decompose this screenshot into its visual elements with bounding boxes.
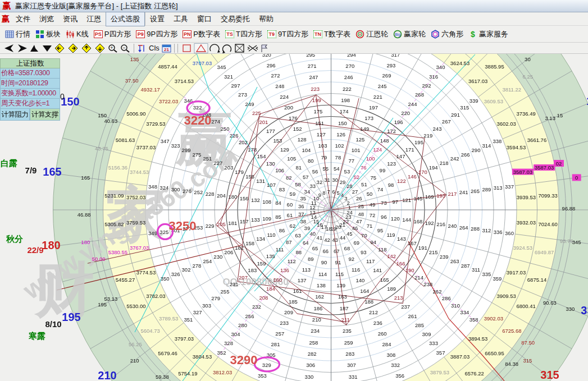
svg-text:142: 142 — [387, 253, 396, 259]
svg-text:42: 42 — [324, 237, 330, 243]
svg-text:115: 115 — [335, 271, 344, 277]
svg-text:3752.03: 3752.03 — [126, 194, 145, 200]
svg-text:138: 138 — [317, 282, 326, 288]
svg-text:78: 78 — [335, 154, 341, 160]
svg-text:3879.53: 3879.53 — [430, 369, 449, 375]
svg-text:234: 234 — [311, 328, 320, 334]
svg-text:96.88: 96.88 — [562, 205, 576, 212]
svg-text:50.00: 50.00 — [92, 256, 106, 262]
svg-text:3909.53: 3909.53 — [496, 293, 516, 299]
svg-text:3587.03: 3587.03 — [535, 164, 554, 171]
svg-text:334: 334 — [460, 309, 469, 315]
svg-text:6949.87: 6949.87 — [535, 249, 554, 255]
svg-text:258: 258 — [309, 339, 318, 346]
svg-text:127: 127 — [317, 131, 326, 137]
svg-text:3729.53: 3729.53 — [146, 121, 165, 127]
svg-text:189: 189 — [387, 286, 396, 292]
svg-text:3587.03: 3587.03 — [513, 169, 532, 175]
svg-text:286: 286 — [442, 295, 451, 301]
svg-text:$: $ — [471, 30, 475, 39]
svg-text:265: 265 — [471, 188, 480, 194]
svg-text:295: 295 — [306, 54, 315, 58]
svg-text:112: 112 — [288, 258, 296, 264]
svg-text:3812.03: 3812.03 — [213, 369, 232, 375]
svg-text:228: 228 — [206, 191, 215, 197]
svg-text:315: 315 — [523, 357, 532, 364]
svg-text:157: 157 — [240, 218, 249, 224]
svg-text:80: 80 — [308, 158, 314, 164]
svg-text:92: 92 — [349, 256, 355, 262]
svg-text:121: 121 — [402, 197, 411, 203]
svg-text:156: 156 — [240, 195, 249, 201]
svg-text:3902.03: 3902.03 — [484, 315, 503, 322]
svg-text:273: 273 — [238, 91, 247, 98]
svg-text:3797.03: 3797.03 — [175, 336, 194, 342]
svg-text:36: 36 — [298, 203, 304, 209]
svg-text:180: 180 — [42, 239, 60, 251]
svg-text:180: 180 — [81, 239, 90, 245]
svg-text:281: 281 — [271, 341, 280, 347]
svg-text:4: 4 — [341, 192, 344, 198]
svg-text:357: 357 — [436, 350, 445, 356]
svg-text:70: 70 — [361, 232, 367, 238]
svg-text:110: 110 — [267, 232, 275, 238]
svg-text:97: 97 — [393, 199, 399, 205]
svg-text:15: 15 — [557, 112, 563, 118]
svg-text:316: 316 — [429, 74, 438, 80]
svg-text:143: 143 — [397, 236, 406, 242]
svg-text:151: 151 — [315, 120, 324, 126]
svg-text:3939.53: 3939.53 — [517, 194, 536, 200]
svg-text:3736.49: 3736.49 — [516, 111, 535, 117]
svg-text:165: 165 — [43, 166, 61, 178]
svg-text:195: 195 — [414, 139, 423, 145]
svg-text:87.50: 87.50 — [521, 339, 535, 346]
svg-text:3789.53: 3789.53 — [159, 315, 178, 322]
svg-text:314: 314 — [482, 143, 491, 149]
svg-text:44: 44 — [340, 235, 346, 241]
svg-text:285: 285 — [415, 322, 424, 328]
svg-text:6800.41: 6800.41 — [516, 303, 535, 309]
svg-text:5305.82: 5305.82 — [104, 221, 124, 227]
svg-text:3759.53: 3759.53 — [126, 219, 145, 226]
svg-text:309: 309 — [422, 331, 431, 337]
svg-text:43.75: 43.75 — [95, 145, 108, 152]
svg-text:154: 154 — [257, 153, 266, 159]
svg-text:3707.03: 3707.03 — [193, 60, 212, 66]
svg-text:30: 30 — [525, 56, 531, 62]
svg-text:122: 122 — [397, 178, 406, 184]
svg-text:6576.22: 6576.22 — [465, 370, 484, 377]
svg-text:35: 35 — [300, 195, 307, 201]
svg-text:100: 100 — [366, 155, 375, 162]
svg-text:208: 208 — [259, 295, 268, 301]
svg-text:353: 353 — [258, 373, 267, 379]
svg-text:297: 297 — [231, 82, 240, 89]
svg-text:117: 117 — [366, 258, 375, 264]
svg-text:153: 153 — [273, 137, 282, 144]
svg-text:54: 54 — [334, 166, 340, 172]
svg-text:283: 283 — [345, 351, 354, 357]
svg-text:58: 58 — [295, 181, 301, 187]
svg-text:197: 197 — [369, 104, 378, 111]
svg-text:101: 101 — [352, 147, 361, 153]
svg-text:300: 300 — [171, 186, 180, 192]
svg-text:64: 64 — [303, 240, 309, 246]
svg-text:173: 173 — [364, 115, 373, 121]
svg-text:67: 67 — [334, 248, 340, 254]
svg-text:292: 292 — [422, 82, 431, 89]
svg-text:229: 229 — [206, 223, 215, 229]
svg-text:140: 140 — [355, 277, 364, 283]
svg-text:244: 244 — [408, 101, 417, 107]
svg-text:178: 178 — [248, 146, 257, 153]
svg-text:27: 27 — [352, 189, 358, 195]
svg-text:95: 95 — [377, 227, 384, 233]
svg-text:352: 352 — [217, 350, 226, 356]
svg-text:272: 272 — [271, 72, 280, 79]
svg-text:102: 102 — [335, 143, 344, 149]
svg-text:02: 02 — [556, 160, 562, 167]
svg-text:48: 48 — [358, 211, 364, 217]
svg-text:213: 213 — [394, 295, 403, 301]
svg-text:193: 193 — [436, 192, 445, 199]
svg-text:107: 107 — [267, 182, 276, 188]
svg-text:232: 232 — [252, 304, 261, 310]
svg-text:160: 160 — [273, 277, 282, 283]
